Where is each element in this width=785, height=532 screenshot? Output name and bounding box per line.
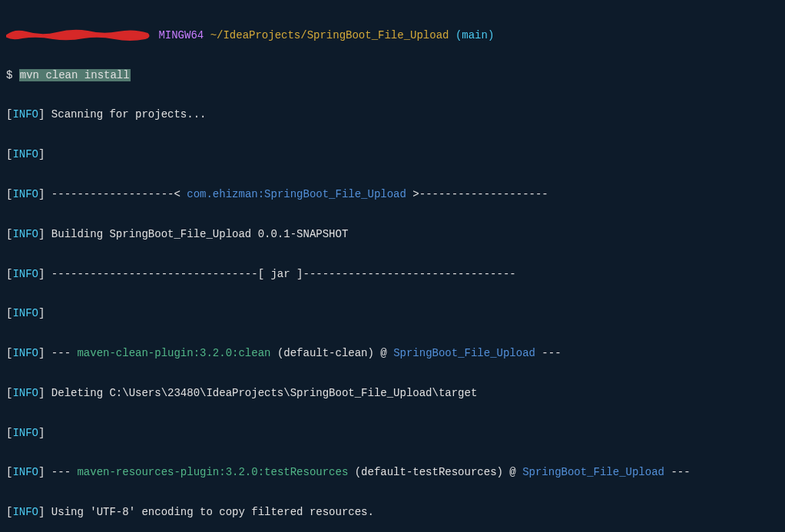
project-name: SpringBoot_File_Upload bbox=[393, 347, 535, 359]
cwd-path: ~/IdeaProjects/SpringBoot_File_Upload bbox=[210, 29, 449, 41]
plugin-goal: maven-resources-plugin:3.2.0:testResourc… bbox=[77, 466, 348, 478]
project-coords: com.ehizman:SpringBoot_File_Upload bbox=[187, 188, 406, 200]
prompt-line: MINGW64 ~/IdeaProjects/SpringBoot_File_U… bbox=[6, 26, 779, 46]
command-text: mvn clean install bbox=[19, 69, 131, 81]
log-line: [INFO] bbox=[6, 424, 779, 444]
log-line: [INFO] bbox=[6, 145, 779, 165]
shell-env: MINGW64 bbox=[158, 29, 204, 41]
log-line: [INFO] --- maven-clean-plugin:3.2.0:clea… bbox=[6, 344, 779, 364]
log-line: [INFO] --------------------------------[… bbox=[6, 265, 779, 285]
log-line: [INFO] --- maven-resources-plugin:3.2.0:… bbox=[6, 463, 779, 483]
log-line: [INFO] -------------------< com.ehizman:… bbox=[6, 185, 779, 205]
log-line: [INFO] bbox=[6, 304, 779, 324]
git-branch: (main) bbox=[455, 29, 494, 41]
log-line: [INFO] Using 'UTF-8' encoding to copy fi… bbox=[6, 503, 779, 523]
log-line: [INFO] Scanning for projects... bbox=[6, 105, 779, 125]
plugin-goal: maven-clean-plugin:3.2.0:clean bbox=[77, 347, 270, 359]
log-line: [INFO] Building SpringBoot_File_Upload 0… bbox=[6, 225, 779, 245]
redacted-user-host bbox=[6, 29, 152, 41]
prompt-symbol: $ bbox=[6, 69, 12, 81]
log-line: [INFO] Deleting C:\Users\23480\IdeaProje… bbox=[6, 384, 779, 404]
terminal-output[interactable]: MINGW64 ~/IdeaProjects/SpringBoot_File_U… bbox=[6, 6, 779, 532]
command-line: $ mvn clean install bbox=[6, 66, 779, 86]
project-name: SpringBoot_File_Upload bbox=[522, 466, 664, 478]
